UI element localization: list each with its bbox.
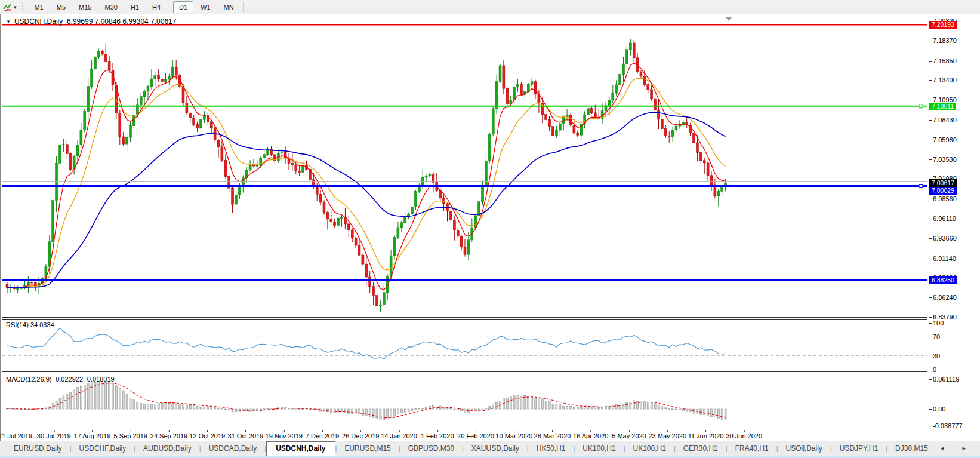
date-axis: 11 Jul 201930 Jul 201917 Aug 20195 Sep 2…	[1, 430, 927, 441]
price-tag: 6.88250	[929, 276, 957, 284]
price-tag: 7.00617	[929, 179, 957, 187]
date-axis-label: 5 May 2020	[612, 432, 646, 439]
macd-pane[interactable]: MACD(12,26,9) -0.022922 -0.018019	[2, 374, 927, 428]
tab-usdjpy-h1[interactable]: USDJPY,H1	[832, 442, 886, 455]
macd-label: MACD(12,26,9) -0.022922 -0.018019	[6, 376, 115, 383]
tab-eurusd-m15[interactable]: EURUSD,M15	[337, 442, 398, 455]
date-axis-label: 12 Oct 2019	[189, 432, 225, 439]
tab-uk100-h1[interactable]: UK100,H1	[575, 442, 623, 455]
price-axis-label: 6.93660	[933, 235, 957, 242]
price-chart-pane[interactable]: ▼USDCNH,Daily 6.99699 7.00846 6.99304 7.…	[2, 16, 927, 318]
date-axis-label: 10 Mar 2020	[495, 432, 532, 439]
tab-ger30-h1[interactable]: GER30,H1	[676, 442, 726, 455]
date-axis-label: 17 Aug 2019	[74, 432, 111, 439]
date-axis-label: 28 Mar 2020	[534, 432, 571, 439]
tab-usdcad-daily[interactable]: USDCAD,Daily	[201, 442, 265, 455]
price-tag: 7.20193	[929, 21, 957, 29]
chart-ohlc-values: 6.99699 7.00846 6.99304 7.00617	[63, 17, 176, 26]
date-axis-label: 19 Nov 2019	[266, 432, 303, 439]
date-axis-label: 11 Jul 2019	[0, 432, 32, 439]
price-axis-label: 7.13400	[933, 76, 957, 84]
macd-axis-label: 0.00	[933, 405, 945, 413]
chart-tabbar: EURUSD,Daily|USDCHF,Daily|AUDUSD,Daily|U…	[0, 441, 980, 456]
toolbar-grip[interactable]	[21, 2, 24, 12]
macd-axis-label: -0.038777	[933, 422, 963, 429]
toolbar-dropdown-caret-icon[interactable]: ▾	[14, 4, 17, 10]
date-axis-label: 24 Sep 2019	[150, 432, 187, 439]
tab-usoil-daily[interactable]: USOil,Daily	[778, 442, 830, 455]
indicators-icon[interactable]	[2, 2, 14, 13]
date-axis-label: 30 Jul 2019	[37, 432, 71, 439]
timeframe-button-d1[interactable]: D1	[173, 1, 193, 13]
price-axis-label: 7.05980	[933, 136, 957, 143]
tab-xauusd-daily[interactable]: XAUUSD,Daily	[464, 442, 527, 455]
macd-axis-label: 0.061119	[933, 376, 959, 383]
rsi-axis-label: 100	[933, 319, 944, 327]
price-axis-label: 7.03530	[933, 156, 957, 163]
date-axis-label: 11 Jun 2020	[688, 432, 724, 439]
chart-symbol-title: USDCNH,Daily	[14, 17, 63, 26]
price-tag: 7.00029	[929, 187, 957, 195]
rsi-chart	[2, 320, 927, 371]
tab-eurusd-daily[interactable]: EURUSD,Daily	[6, 442, 70, 455]
chart-window: ▼USDCNH,Daily 6.99699 7.00846 6.99304 7.…	[0, 14, 980, 441]
date-axis-label: 5 Sep 2019	[114, 432, 147, 439]
rsi-label: RSI(14) 34.0334	[6, 321, 54, 328]
toolbar: ▾ M1M5M15M30H1H4D1W1MN	[0, 0, 980, 14]
bottom-strip	[0, 456, 980, 458]
timeframe-button-h4[interactable]: H4	[146, 1, 167, 13]
date-axis-label: 16 Apr 2020	[573, 432, 608, 439]
timeframe-button-w1[interactable]: W1	[195, 1, 217, 13]
timeframe-buttons: M1M5M15M30H1H4D1W1MN	[28, 0, 246, 14]
toolbar-separator	[170, 2, 170, 12]
rsi-axis-label: 70	[933, 333, 940, 340]
price-axis-label: 6.91140	[933, 255, 956, 262]
date-axis-label: 31 Oct 2019	[228, 432, 264, 439]
tab-uk100-h1[interactable]: UK100,H1	[625, 442, 674, 455]
price-axis-label: 7.15850	[933, 57, 957, 64]
tab-audusd-daily[interactable]: AUDUSD,Daily	[135, 442, 199, 455]
date-axis-label: 23 May 2020	[648, 432, 686, 439]
candlestick-chart	[2, 16, 927, 317]
chart-tabs: EURUSD,Daily|USDCHF,Daily|AUDUSD,Daily|U…	[0, 441, 936, 456]
tab-usdchf-daily[interactable]: USDCHF,Daily	[72, 442, 134, 455]
tab-dj30-m15[interactable]: DJ30,M15	[887, 442, 936, 455]
date-axis-label: 14 Jan 2020	[381, 432, 417, 439]
tab-gbpusd-m30[interactable]: GBPUSD,M30	[400, 442, 462, 455]
tab-scroll-arrows[interactable]: ◂ ▸	[941, 444, 974, 452]
price-tag: 7.10011	[929, 103, 956, 110]
macd-chart	[2, 374, 927, 428]
tab-fra40-h1[interactable]: FRA40,H1	[728, 442, 776, 455]
timeframe-button-m1[interactable]: M1	[29, 1, 50, 13]
timeframe-button-h1[interactable]: H1	[125, 1, 145, 13]
date-axis-label: 1 Feb 2020	[421, 432, 454, 439]
tab-hk50-h1[interactable]: HK50,H1	[529, 442, 574, 455]
price-axis-label: 6.96110	[933, 215, 956, 222]
date-axis-label: 7 Dec 2019	[306, 432, 339, 439]
tab-usdcnh-daily[interactable]: USDCNH,Daily	[266, 441, 335, 456]
timeframe-button-m30[interactable]: M30	[99, 1, 124, 13]
price-axis-label: 7.08430	[933, 116, 957, 124]
rsi-pane[interactable]: RSI(14) 34.0334	[2, 319, 927, 372]
timeframe-button-m5[interactable]: M5	[51, 1, 72, 13]
price-axis-label: 6.86240	[933, 294, 957, 301]
date-axis-label: 26 Dec 2019	[342, 432, 379, 439]
chart-title: ▼USDCNH,Daily 6.99699 7.00846 6.99304 7.…	[6, 17, 176, 26]
date-axis-label: 20 Feb 2020	[457, 432, 494, 439]
price-axis: 7.208207.183707.158507.134007.109507.084…	[929, 14, 980, 441]
date-axis-label: 30 Jun 2020	[726, 432, 762, 439]
price-axis-label: 6.98560	[933, 195, 957, 202]
rsi-axis-label: 0	[933, 366, 936, 373]
rsi-axis-label: 30	[933, 352, 940, 359]
toolbar-separator	[243, 2, 244, 12]
timeframe-button-mn[interactable]: MN	[218, 1, 240, 13]
collapse-triangle-icon[interactable]: ▼	[6, 19, 11, 24]
price-axis-label: 7.18370	[933, 37, 957, 44]
timeframe-button-m15[interactable]: M15	[73, 1, 97, 13]
